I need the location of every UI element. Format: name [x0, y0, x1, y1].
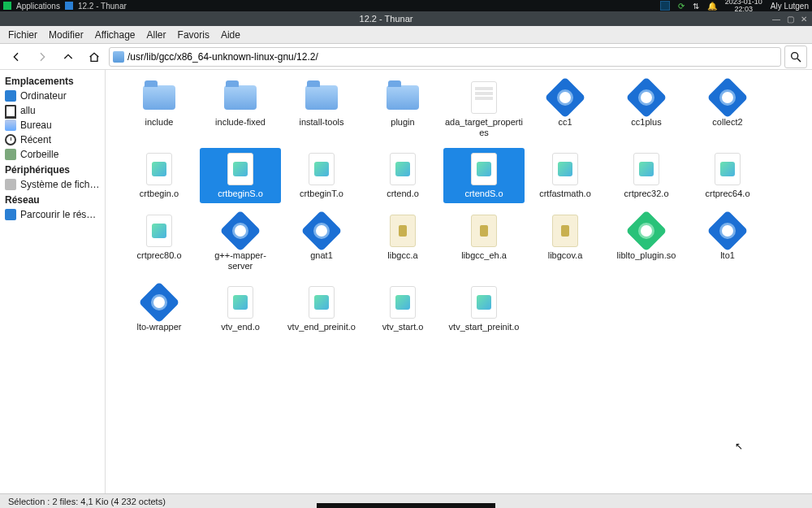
file-item[interactable]: crtbeginT.o	[281, 148, 362, 202]
menu-affichage[interactable]: Affichage	[95, 29, 136, 41]
file-label: lto1	[720, 250, 735, 261]
file-item[interactable]: libgcov.a	[525, 210, 606, 275]
window-titlebar[interactable]: 12.2 - Thunar — ▢ ✕	[0, 11, 812, 26]
computer-icon	[5, 90, 16, 102]
menu-aller[interactable]: Aller	[147, 29, 166, 41]
menu-modifier[interactable]: Modifier	[49, 29, 84, 41]
sidebar-item-bureau[interactable]: Bureau	[0, 118, 105, 132]
tray-placeholder-icon[interactable]	[660, 1, 670, 11]
task-thunar-label[interactable]: 12.2 - Thunar	[78, 2, 127, 11]
file-item[interactable]: crtend.o	[362, 148, 443, 202]
svg-line-1	[797, 59, 801, 62]
file-item[interactable]: vtv_start.o	[362, 281, 443, 336]
tray-update-icon[interactable]: ⟳	[678, 2, 685, 11]
back-button[interactable]	[5, 46, 28, 68]
file-item[interactable]: crtfastmath.o	[525, 148, 606, 202]
file-item[interactable]: g++-mapper-server	[200, 210, 281, 275]
sidebar-item-label: Corbeille	[20, 149, 58, 160]
file-item[interactable]: crtprec32.o	[606, 148, 687, 202]
file-item[interactable]: gnat1	[281, 210, 362, 275]
exec-icon	[710, 213, 745, 249]
obj-icon	[628, 151, 664, 187]
folder-icon	[113, 51, 124, 63]
file-item[interactable]: crtprec80.o	[119, 210, 200, 275]
file-item[interactable]: lto1	[687, 210, 768, 275]
exec-icon	[547, 80, 583, 115]
file-item[interactable]: install-tools	[281, 76, 362, 141]
system-panel: Applications 12.2 - Thunar ⟳ ⇅ 🔔 2023-01…	[0, 0, 812, 11]
sidebar-item-corbeille[interactable]: Corbeille	[0, 147, 105, 162]
up-button[interactable]	[57, 46, 80, 68]
tray-bell-icon[interactable]: 🔔	[707, 2, 717, 11]
file-label: lto-wrapper	[136, 322, 181, 332]
obj-icon	[385, 151, 421, 187]
file-item[interactable]: cc1	[525, 76, 606, 141]
file-item[interactable]: include-fixed	[200, 76, 281, 141]
menu-favoris[interactable]: Favoris	[178, 29, 209, 41]
file-label: vtv_start.o	[382, 322, 424, 332]
sidebar-heading: Emplacements	[0, 73, 105, 89]
user-label[interactable]: Aly Lutgen	[771, 2, 809, 11]
file-item[interactable]: crtendS.o	[443, 148, 525, 202]
trash-icon	[5, 149, 16, 160]
tray-sync-icon[interactable]: ⇅	[693, 2, 699, 11]
sidebar-item-ordinateur[interactable]: Ordinateur	[0, 89, 105, 103]
file-label: crtfastmath.o	[539, 189, 591, 199]
search-button[interactable]	[784, 46, 807, 68]
sidebar-item-parcourir-le-r-seau[interactable]: Parcourir le réseau	[0, 207, 105, 222]
file-item[interactable]: vtv_end_preinit.o	[281, 281, 362, 336]
file-label: ada_target_properties	[445, 117, 523, 138]
file-item[interactable]: crtbeginS.o	[200, 148, 281, 202]
path-bar[interactable]	[109, 47, 781, 67]
sidebar-item-label: Système de fichi…	[20, 179, 100, 190]
forward-button[interactable]	[31, 46, 54, 68]
minimize-button[interactable]: —	[772, 15, 780, 24]
status-text: Sélection : 2 files: 4,1 Kio (4 232 octe…	[8, 497, 166, 506]
menu-aide[interactable]: Aide	[221, 29, 240, 41]
sidebar-item-label: Récent	[20, 134, 51, 145]
obj-icon	[547, 151, 583, 187]
file-label: vtv_end.o	[221, 322, 260, 332]
file-label: cc1plus	[631, 117, 661, 128]
sidebar-item-syst-me-de-fichi-[interactable]: Système de fichi…	[0, 177, 105, 192]
sidebar: EmplacementsOrdinateuralluBureauRécentCo…	[0, 70, 106, 493]
file-item[interactable]: lto-wrapper	[119, 281, 200, 336]
task-thunar-icon[interactable]	[65, 2, 73, 10]
file-item[interactable]: include	[119, 76, 200, 141]
file-item[interactable]: liblto_plugin.so	[606, 210, 687, 275]
maximize-button[interactable]: ▢	[787, 15, 794, 24]
dock[interactable]	[317, 503, 495, 508]
file-item[interactable]: cc1plus	[606, 76, 687, 141]
sidebar-item-allu[interactable]: allu	[0, 103, 105, 118]
file-label: libgcc_eh.a	[461, 250, 507, 261]
net-icon	[5, 209, 16, 220]
sidebar-item-r-cent[interactable]: Récent	[0, 132, 105, 147]
file-item[interactable]: ada_target_properties	[443, 76, 525, 141]
clock[interactable]: 2023-01-10 22:03	[725, 0, 762, 13]
sidebar-heading: Périphériques	[0, 162, 105, 177]
path-input[interactable]	[127, 51, 777, 63]
file-label: crtend.o	[387, 189, 419, 199]
home-button[interactable]	[83, 46, 106, 68]
file-item[interactable]: vtv_start_preinit.o	[443, 281, 525, 336]
file-view[interactable]: includeinclude-fixedinstall-toolsplugina…	[106, 70, 812, 493]
file-label: crtendS.o	[464, 189, 503, 199]
file-item[interactable]: collect2	[687, 76, 768, 141]
file-item[interactable]: plugin	[362, 76, 443, 141]
file-label: vtv_end_preinit.o	[287, 322, 356, 332]
file-label: plugin	[391, 117, 414, 128]
close-button[interactable]: ✕	[801, 15, 807, 24]
folder-icon	[141, 80, 177, 115]
applications-menu[interactable]: Applications	[16, 2, 60, 11]
file-item[interactable]: libgcc_eh.a	[443, 210, 525, 275]
obj-icon	[385, 284, 421, 320]
file-item[interactable]: crtbegin.o	[119, 148, 200, 202]
file-item[interactable]: crtprec64.o	[687, 148, 768, 202]
obj-icon	[304, 151, 339, 187]
applications-icon[interactable]	[3, 2, 11, 10]
file-item[interactable]: libgcc.a	[362, 210, 443, 275]
file-item[interactable]: vtv_end.o	[200, 281, 281, 336]
menu-fichier[interactable]: Fichier	[8, 29, 37, 41]
desktop-icon	[5, 119, 16, 131]
toolbar	[0, 44, 812, 70]
